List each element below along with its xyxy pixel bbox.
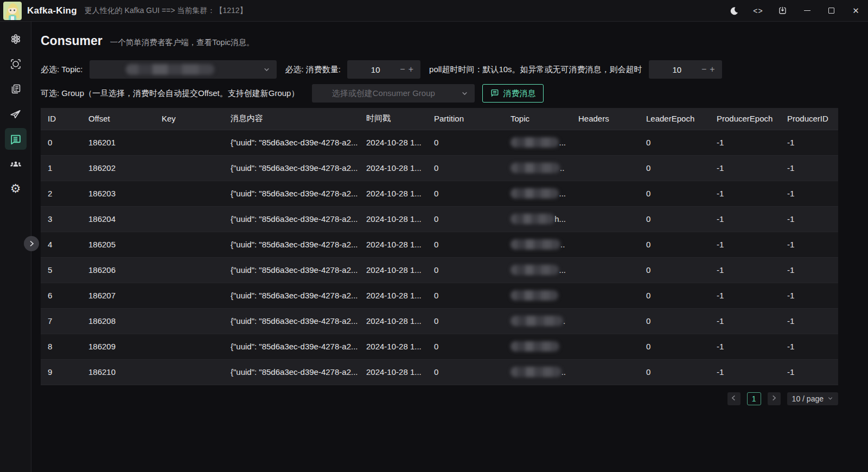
cell-offset: 186210	[81, 359, 155, 385]
cell-producer-id: -1	[780, 130, 838, 155]
page-size-select[interactable]: 10 / page	[787, 392, 838, 405]
chevron-right-icon	[28, 239, 35, 248]
sidebar-item-monitor[interactable]	[5, 53, 27, 75]
cell-topic: ...	[503, 257, 571, 283]
cell-headers	[571, 232, 639, 257]
table-row[interactable]: 8 186209 {"uuid": "85d6a3ec-d39e-4278-a2…	[41, 334, 838, 359]
consume-count-value: 10	[353, 65, 398, 74]
next-page-button[interactable]	[768, 392, 781, 405]
table-row[interactable]: 9 186210 {"uuid": "85d6a3ec-d39e-4278-a2…	[41, 359, 838, 385]
cell-partition: 0	[427, 181, 503, 206]
cell-producer-epoch: -1	[710, 232, 780, 257]
cell-key	[155, 334, 224, 359]
cluster-icon	[10, 33, 22, 45]
update-download-icon[interactable]	[770, 0, 795, 21]
increment-icon[interactable]: +	[407, 65, 415, 74]
cell-timestamp: 2024-10-28 1...	[359, 283, 427, 308]
redacted-topic-name	[510, 367, 561, 377]
table-row[interactable]: 2 186203 {"uuid": "85d6a3ec-d39e-4278-a2…	[41, 181, 838, 206]
cell-offset: 186204	[81, 206, 155, 232]
consumer-form-row-1: 必选: Topic: 必选: 消费数量: 10 − + poll超时时间：默认1…	[41, 60, 859, 79]
cell-message: {"uuid": "85d6a3ec-d39e-4278-a2...	[224, 308, 359, 334]
consume-count-input[interactable]: 10 − +	[347, 60, 420, 79]
sidebar-item-consumer[interactable]	[5, 128, 27, 150]
cell-producer-epoch: -1	[710, 130, 780, 155]
redacted-topic-value	[126, 64, 214, 75]
cell-headers	[571, 359, 639, 385]
table-row[interactable]: 6 186207 {"uuid": "85d6a3ec-d39e-4278-a2…	[41, 283, 838, 308]
sidebar-item-groups[interactable]	[5, 153, 27, 175]
page-description: 一个简单消费者客户端，查看Topic消息。	[110, 37, 254, 48]
app-title: Kafka-King	[27, 5, 77, 16]
redacted-topic-name	[510, 265, 559, 275]
topic-suffix: ..	[560, 163, 564, 173]
chevron-down-icon	[827, 394, 833, 403]
sidebar: ⚙	[0, 22, 31, 472]
topic-suffix: .	[563, 316, 565, 326]
increment-icon[interactable]: +	[708, 65, 716, 74]
cell-producer-id: -1	[780, 257, 838, 283]
cell-partition: 0	[427, 206, 503, 232]
close-button[interactable]: ✕	[844, 0, 868, 21]
cell-producer-epoch: -1	[710, 206, 780, 232]
decrement-icon[interactable]: −	[398, 65, 406, 74]
maximize-button[interactable]	[819, 0, 844, 21]
cell-timestamp: 2024-10-28 1...	[359, 232, 427, 257]
consume-message-button[interactable]: 消费消息	[482, 84, 544, 103]
sidebar-item-producer[interactable]	[5, 103, 27, 125]
topic-suffix: ..	[560, 240, 565, 249]
cell-leader-epoch: 0	[639, 257, 710, 283]
cell-topic: h...	[503, 206, 571, 232]
sidebar-expand-button[interactable]	[24, 236, 39, 251]
table-row[interactable]: 1 186202 {"uuid": "85d6a3ec-d39e-4278-a2…	[41, 155, 838, 181]
code-icon[interactable]: <>	[746, 0, 770, 21]
redacted-topic-name	[510, 137, 559, 148]
cell-id: 7	[41, 308, 81, 334]
pagination: 1 10 / page	[41, 392, 838, 405]
cell-leader-epoch: 0	[639, 334, 710, 359]
cell-message: {"uuid": "85d6a3ec-d39e-4278-a2...	[224, 181, 359, 206]
page-number-button[interactable]: 1	[747, 392, 761, 405]
table-row[interactable]: 4 186205 {"uuid": "85d6a3ec-d39e-4278-a2…	[41, 232, 838, 257]
table-row[interactable]: 0 186201 {"uuid": "85d6a3ec-d39e-4278-a2…	[41, 130, 838, 155]
sidebar-item-cluster[interactable]	[5, 28, 27, 50]
redacted-topic-name	[510, 188, 559, 199]
theme-toggle-moon-icon[interactable]	[722, 0, 746, 21]
cell-id: 3	[41, 206, 81, 232]
cell-headers	[571, 308, 639, 334]
cell-key	[155, 308, 224, 334]
group-select[interactable]: 选择或创建Consumer Group	[312, 84, 475, 103]
cell-topic: ...	[503, 181, 571, 206]
decrement-icon[interactable]: −	[700, 65, 708, 74]
poll-timeout-label: poll超时时间：默认10s。如异常或无可消费消息，则会超时	[429, 65, 642, 75]
cell-partition: 0	[427, 359, 503, 385]
poll-timeout-input[interactable]: 10 − +	[649, 60, 722, 79]
prev-page-button[interactable]	[727, 392, 741, 405]
cell-producer-id: -1	[780, 232, 838, 257]
table-row[interactable]: 3 186204 {"uuid": "85d6a3ec-d39e-4278-a2…	[41, 206, 838, 232]
redacted-topic-name	[510, 214, 554, 224]
cell-key	[155, 257, 224, 283]
cell-producer-epoch: -1	[710, 283, 780, 308]
cell-headers	[571, 155, 639, 181]
cell-partition: 0	[427, 283, 503, 308]
sidebar-item-settings[interactable]: ⚙	[5, 178, 27, 200]
topic-suffix: ..	[561, 367, 566, 377]
table-row[interactable]: 7 186208 {"uuid": "85d6a3ec-d39e-4278-a2…	[41, 308, 838, 334]
minimize-button[interactable]	[795, 0, 819, 21]
topic-select[interactable]	[90, 60, 277, 79]
cell-timestamp: 2024-10-28 1...	[359, 308, 427, 334]
cell-timestamp: 2024-10-28 1...	[359, 181, 427, 206]
cell-producer-epoch: -1	[710, 181, 780, 206]
table-header: ID Offset Key 消息内容 时间戳 Partition Topic H…	[41, 108, 838, 130]
table-row[interactable]: 5 186206 {"uuid": "85d6a3ec-d39e-4278-a2…	[41, 257, 838, 283]
redacted-topic-name	[510, 341, 559, 352]
chevron-down-icon	[461, 90, 468, 97]
cell-partition: 0	[427, 308, 503, 334]
cell-id: 9	[41, 359, 81, 385]
cell-timestamp: 2024-10-28 1...	[359, 155, 427, 181]
cell-producer-epoch: -1	[710, 359, 780, 385]
sidebar-item-topics[interactable]	[5, 78, 27, 100]
redacted-topic-name	[510, 239, 560, 250]
titlebar: Kafka-King 更人性化的 Kafka GUI ==> 当前集群：【121…	[0, 0, 868, 22]
